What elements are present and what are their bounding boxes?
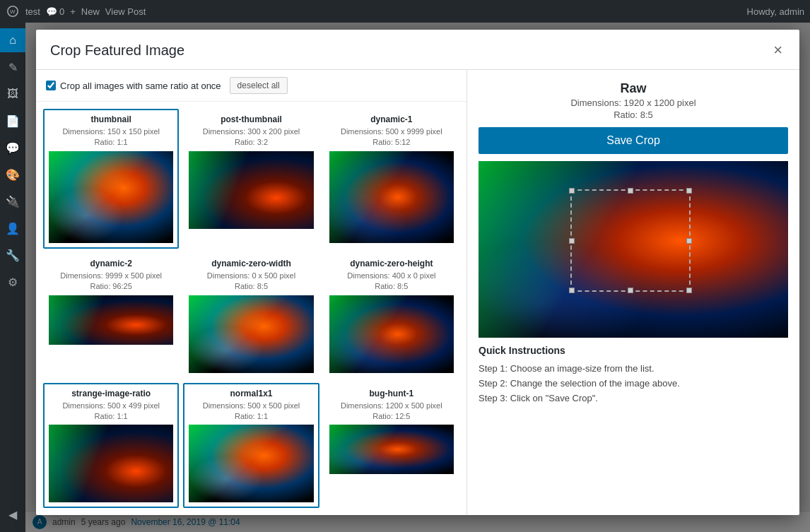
crop-preview-container: [479, 161, 788, 338]
quick-instructions: Quick Instructions Step 1: Choose an ima…: [479, 345, 788, 406]
modal-body: Crop all images with same ratio at once …: [36, 70, 799, 515]
strange-image-ratio-img: [49, 425, 173, 502]
thumbnail-img: [49, 151, 173, 243]
modal-title: Crop Featured Image: [50, 42, 184, 59]
dynamic-zero-width-img: [189, 295, 313, 373]
dynamic-1-img: [329, 151, 454, 243]
image-item-post-thumbnail[interactable]: post-thumbnail Dimensions: 300 x 200 pix…: [183, 109, 319, 249]
sidebar-icon-comments[interactable]: 💬: [0, 136, 25, 160]
image-item-strange-image-ratio[interactable]: strange-image-ratio Dimensions: 500 x 49…: [43, 383, 179, 509]
sidebar-icon-users[interactable]: 👤: [0, 216, 25, 240]
dynamic-2-img: [49, 295, 173, 345]
crop-preview-image: [479, 161, 788, 338]
modal-close-button[interactable]: ×: [770, 40, 785, 61]
dynamic-1-thumb: [329, 151, 454, 243]
admin-bar: W test 💬 0 + New View Post Howdy, admin: [0, 0, 810, 23]
admin-bar-new[interactable]: New: [81, 6, 100, 17]
post-thumbnail-thumb: [189, 151, 313, 229]
sidebar-icon-plugins[interactable]: 🔌: [0, 189, 25, 213]
modal-overlay: Crop Featured Image × Crop all images wi…: [25, 23, 810, 532]
raw-ratio: Ratio: 8:5: [479, 110, 788, 120]
admin-bar-howdy: Howdy, admin: [747, 6, 804, 17]
crop-all-label[interactable]: Crop all images with same ratio at once: [46, 81, 221, 91]
sidebar-icon-dashboard[interactable]: ⌂: [0, 28, 25, 52]
dynamic-2-thumb: [49, 295, 173, 345]
admin-bar-view-post[interactable]: View Post: [105, 6, 146, 17]
dynamic-zero-width-thumb: [189, 295, 313, 373]
raw-title: Raw: [479, 81, 788, 96]
normal1x1-thumb: [189, 425, 313, 502]
image-item-thumbnail[interactable]: thumbnail Dimensions: 150 x 150 pixel Ra…: [43, 109, 179, 249]
quick-instructions-heading: Quick Instructions: [479, 345, 788, 356]
admin-bar-site[interactable]: test: [25, 6, 40, 17]
main-content: Crop Featured Image × Crop all images wi…: [25, 23, 810, 532]
sidebar-icon-settings[interactable]: ⚙: [0, 270, 25, 294]
bug-hunt-1-thumb: [329, 425, 454, 474]
sidebar-icon-tools[interactable]: 🔧: [0, 243, 25, 267]
strange-image-ratio-thumb: [49, 425, 173, 502]
post-thumbnail-img: [189, 151, 313, 229]
raw-dimensions: Dimensions: 1920 x 1200 pixel: [479, 97, 788, 108]
image-item-dynamic-2[interactable]: dynamic-2 Dimensions: 9999 x 500 pixel R…: [43, 253, 179, 379]
comment-icon: 💬: [46, 6, 57, 17]
sidebar-icon-posts[interactable]: ✎: [0, 55, 25, 79]
sidebar-icon-media[interactable]: 🖼: [0, 82, 25, 106]
right-panel: Raw Dimensions: 1920 x 1200 pixel Ratio:…: [467, 70, 799, 515]
deselect-all-button[interactable]: deselect all: [230, 77, 288, 94]
crop-image-modal: Crop Featured Image × Crop all images wi…: [36, 30, 799, 515]
left-panel: Crop all images with same ratio at once …: [36, 70, 467, 515]
thumbnail-thumb: [49, 151, 173, 243]
admin-bar-comments[interactable]: 💬 0: [46, 6, 64, 17]
normal1x1-img: [189, 425, 313, 502]
dynamic-zero-height-thumb: [329, 295, 454, 373]
sidebar-icon-appearance[interactable]: 🎨: [0, 162, 25, 187]
quick-instructions-step2: Step 2: Change the selection of the imag…: [479, 377, 788, 391]
sidebar: ⌂ ✎ 🖼 📄 💬 🎨 🔌 👤 🔧 ⚙ ◀: [0, 23, 25, 532]
bug-hunt-1-img: [329, 425, 454, 474]
sidebar-icon-pages[interactable]: 📄: [0, 109, 25, 133]
image-item-dynamic-zero-height[interactable]: dynamic-zero-height Dimensions: 400 x 0 …: [324, 253, 459, 379]
image-item-dynamic-zero-width[interactable]: dynamic-zero-width Dimensions: 0 x 500 p…: [183, 253, 319, 379]
save-crop-button[interactable]: Save Crop: [479, 127, 788, 154]
quick-instructions-step1: Step 1: Choose an image-size from the li…: [479, 362, 788, 377]
image-item-normal1x1[interactable]: normal1x1 Dimensions: 500 x 500 pixel Ra…: [183, 383, 319, 509]
modal-header: Crop Featured Image ×: [36, 30, 799, 70]
admin-bar-plus: +: [70, 6, 76, 17]
image-grid[interactable]: thumbnail Dimensions: 150 x 150 pixel Ra…: [36, 102, 466, 515]
wp-logo-icon: W: [6, 4, 20, 18]
crop-all-checkbox[interactable]: [46, 81, 56, 90]
svg-text:W: W: [10, 8, 16, 15]
image-item-dynamic-1[interactable]: dynamic-1 Dimensions: 500 x 9999 pixel R…: [324, 109, 459, 249]
image-item-bug-hunt-1[interactable]: bug-hunt-1 Dimensions: 1200 x 500 pixel …: [324, 383, 459, 509]
crop-options-bar: Crop all images with same ratio at once …: [36, 70, 466, 102]
raw-info: Raw Dimensions: 1920 x 1200 pixel Ratio:…: [479, 81, 788, 120]
dynamic-zero-height-img: [329, 295, 454, 373]
quick-instructions-step3: Step 3: Click on "Save Crop".: [479, 391, 788, 406]
sidebar-icon-collapse[interactable]: ◀: [0, 502, 25, 526]
